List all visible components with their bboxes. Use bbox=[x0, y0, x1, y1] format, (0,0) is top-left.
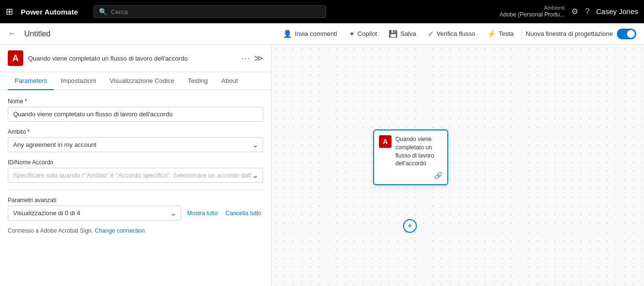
flash-icon: ⚡ bbox=[487, 30, 496, 38]
ambito-label: Ambito * bbox=[8, 128, 263, 135]
id-nome-select[interactable]: Specificare solo quando l'"Ambito" è "Ac… bbox=[8, 168, 263, 183]
parametri-avanzati-group: Parametri avanzati Visualizzazione di 0 … bbox=[8, 197, 263, 221]
connection-text: Connesso a Adobe Acrobat Sign. bbox=[8, 227, 93, 234]
id-nome-label: ID/Nome Accordo bbox=[8, 159, 263, 166]
tab-parameters[interactable]: Parameters bbox=[8, 72, 54, 90]
salva-button[interactable]: 💾 Salva bbox=[385, 28, 420, 40]
app-name: Power Automate bbox=[21, 8, 78, 16]
trigger-actions: ⋯ ≫ bbox=[241, 53, 263, 64]
form-divider bbox=[8, 190, 263, 190]
flow-card[interactable]: A Quando viene completato un flusso di l… bbox=[373, 129, 448, 185]
nome-required: * bbox=[25, 98, 27, 105]
tab-about[interactable]: About bbox=[215, 72, 245, 90]
link-icon: 🔗 bbox=[434, 172, 442, 179]
environment-label: Ambienti bbox=[500, 4, 565, 11]
right-canvas: A Quando viene completato un flusso di l… bbox=[271, 45, 644, 286]
flow-card-text: Quando viene completato un flusso di lav… bbox=[395, 135, 442, 168]
check-icon: ✓ bbox=[428, 30, 434, 38]
help-icon[interactable]: ? bbox=[585, 7, 589, 16]
more-options-icon[interactable]: ⋯ bbox=[241, 53, 250, 64]
invia-commenti-button[interactable]: 👤 Invia commenti bbox=[279, 28, 341, 40]
search-bar: 🔍 bbox=[94, 5, 326, 18]
verifica-flusso-button[interactable]: ✓ Verifica flusso bbox=[424, 28, 479, 40]
tab-impostazioni[interactable]: Impostazioni bbox=[54, 72, 103, 90]
second-bar: ← Untitled 👤 Invia commenti ✦ Copilot 💾 … bbox=[0, 23, 644, 45]
tab-testing[interactable]: Testing bbox=[181, 72, 215, 90]
search-icon: 🔍 bbox=[99, 8, 107, 16]
connection-row: Connesso a Adobe Acrobat Sign. Change co… bbox=[8, 227, 263, 234]
copilot-icon: ✦ bbox=[349, 30, 355, 38]
save-icon: 💾 bbox=[389, 30, 398, 38]
grid-icon[interactable]: ⊞ bbox=[6, 6, 13, 17]
ambito-group: Ambito * Any agreement in my account Spe… bbox=[8, 128, 263, 152]
ambito-select-wrapper: Any agreement in my account Specific agr… bbox=[8, 137, 263, 152]
advanced-params-select[interactable]: Visualizzazione di 0 di 4 bbox=[8, 206, 181, 221]
top-nav-right: Ambienti Adobe (Personal Produ... ⚙ ? Ca… bbox=[500, 4, 638, 19]
mostra-tutto-button[interactable]: Mostra tutto bbox=[185, 209, 220, 218]
testa-button[interactable]: ⚡ Testa bbox=[483, 28, 518, 40]
divider bbox=[521, 29, 522, 39]
left-panel: A Quando viene completato un flusso di l… bbox=[0, 45, 271, 286]
top-nav: ⊞ Power Automate 🔍 Ambienti Adobe (Perso… bbox=[0, 0, 644, 23]
trigger-title: Quando viene completato un flusso di lav… bbox=[28, 55, 236, 62]
trigger-icon: A bbox=[8, 50, 23, 66]
ambito-select[interactable]: Any agreement in my account Specific agr… bbox=[8, 137, 263, 152]
change-connection-link[interactable]: Change connection bbox=[94, 227, 144, 234]
settings-icon[interactable]: ⚙ bbox=[571, 7, 578, 16]
copilot-button[interactable]: ✦ Copilot bbox=[345, 28, 381, 40]
back-button[interactable]: ← bbox=[8, 29, 16, 39]
trigger-header: A Quando viene completato un flusso di l… bbox=[0, 45, 271, 72]
search-input[interactable] bbox=[111, 8, 321, 16]
new-window-toggle[interactable] bbox=[617, 29, 636, 39]
tab-visualizzazione[interactable]: Visualizzazione Codice bbox=[103, 72, 181, 90]
tabs: Parameters Impostazioni Visualizzazione … bbox=[0, 72, 271, 90]
page-title: Untitled bbox=[24, 30, 50, 38]
collapse-icon[interactable]: ≫ bbox=[254, 53, 263, 64]
second-bar-actions: 👤 Invia commenti ✦ Copilot 💾 Salva ✓ Ver… bbox=[279, 28, 636, 40]
nome-group: Nome * bbox=[8, 98, 263, 122]
environment-name: Adobe (Personal Produ... bbox=[500, 11, 565, 19]
form-area: Nome * Ambito * Any agreement in my acco… bbox=[0, 90, 271, 242]
parametri-avanzati-label: Parametri avanzati bbox=[8, 197, 263, 204]
id-nome-group: ID/Nome Accordo Specificare solo quando … bbox=[8, 159, 263, 183]
environment-block: Ambienti Adobe (Personal Produ... bbox=[500, 4, 565, 19]
add-step-button[interactable]: + bbox=[403, 219, 417, 233]
user-name: Casey Jones bbox=[596, 7, 638, 16]
invia-icon: 👤 bbox=[283, 30, 292, 38]
flow-card-icon: A bbox=[379, 135, 392, 148]
flow-card-bottom: 🔗 bbox=[379, 172, 442, 179]
id-nome-select-wrapper: Specificare solo quando l'"Ambito" è "Ac… bbox=[8, 168, 263, 183]
flow-card-inner: A Quando viene completato un flusso di l… bbox=[379, 135, 442, 168]
main-content: A Quando viene completato un flusso di l… bbox=[0, 45, 644, 286]
advanced-select-wrapper: Visualizzazione di 0 di 4 bbox=[8, 206, 181, 221]
nome-input[interactable] bbox=[8, 107, 263, 122]
new-window-label: Nuova finestra di progettazione bbox=[526, 30, 613, 37]
nome-label: Nome * bbox=[8, 98, 263, 105]
ambito-required: * bbox=[28, 128, 30, 135]
cancella-tutto-button[interactable]: Cancella tutto bbox=[224, 209, 263, 218]
advanced-params-row: Visualizzazione di 0 di 4 Mostra tutto C… bbox=[8, 206, 263, 221]
